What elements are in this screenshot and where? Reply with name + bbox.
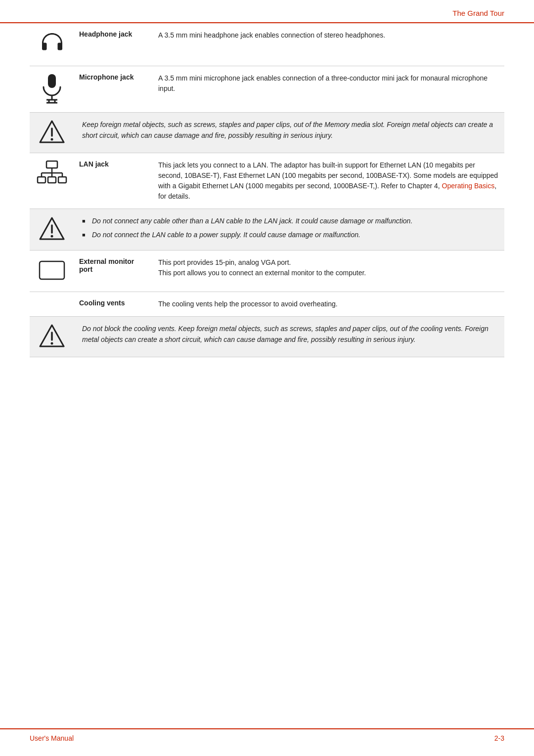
cooling-label: Cooling vents: [74, 292, 153, 317]
warning-icon: [39, 216, 65, 241]
microphone-label: Microphone jack: [74, 66, 153, 113]
headphone-desc: A 3.5 mm mini headphone jack enables con…: [153, 23, 504, 66]
warning-row-lan: Do not connect any cable other than a LA…: [30, 209, 504, 251]
icon-cell-headphone: [30, 23, 74, 66]
lan-icon: [37, 160, 67, 189]
list-item: Do not connect any cable other than a LA…: [82, 216, 496, 227]
svg-point-21: [51, 342, 53, 345]
warning-row-memory: Keep foreign metal objects, such as scre…: [30, 113, 504, 153]
svg-rect-15: [48, 177, 56, 183]
page-header: The Grand Tour: [0, 0, 534, 23]
icon-cell-warning2: [30, 209, 74, 251]
icon-cell-cooling: [30, 292, 74, 317]
icon-cell-warning3: [30, 317, 74, 357]
warning-text-cooling: Do not block the cooling vents. Keep for…: [82, 325, 489, 343]
microphone-desc: A 3.5 mm mini microphone jack enables co…: [153, 66, 504, 113]
features-table: Headphone jack A 3.5 mm mini headphone j…: [30, 23, 504, 357]
table-row: Headphone jack A 3.5 mm mini headphone j…: [30, 23, 504, 66]
warning-icon: [39, 324, 65, 348]
monitor-port-icon: [38, 257, 66, 283]
svg-rect-8: [46, 161, 57, 168]
svg-rect-14: [38, 177, 45, 183]
content-area: Headphone jack A 3.5 mm mini headphone j…: [0, 23, 534, 387]
microphone-icon: [40, 73, 64, 104]
monitor-label: External monitor port: [74, 251, 153, 292]
warning-row-cooling: Do not block the cooling vents. Keep for…: [30, 317, 504, 357]
lan-label: LAN jack: [74, 153, 153, 209]
svg-rect-0: [48, 74, 56, 88]
table-row-monitor: External monitor port This port provides…: [30, 251, 504, 292]
lan-warning-list: Do not connect any cable other than a LA…: [82, 216, 496, 240]
table-row-cooling: Cooling vents The cooling vents help the…: [30, 292, 504, 317]
cooling-desc: The cooling vents help the processor to …: [153, 292, 504, 317]
footer-manual-label: User's Manual: [30, 734, 74, 742]
operating-basics-link[interactable]: Operating Basics: [442, 182, 495, 190]
svg-point-18: [51, 235, 53, 238]
headphone-icon: [39, 30, 66, 57]
table-row: Microphone jack A 3.5 mm mini microphone…: [30, 66, 504, 113]
list-item: Do not connect the LAN cable to a power …: [82, 230, 496, 241]
svg-point-7: [51, 138, 53, 141]
headphone-label: Headphone jack: [74, 23, 153, 66]
warning-icon: [39, 120, 65, 144]
monitor-desc: This port provides 15-pin, analog VGA po…: [153, 251, 504, 292]
icon-cell-warning1: [30, 113, 74, 153]
icon-cell-monitor: [30, 251, 74, 292]
svg-rect-19: [40, 261, 64, 279]
page-footer: User's Manual 2-3: [0, 728, 534, 742]
icon-cell-lan: [30, 153, 74, 209]
footer-page-number: 2-3: [494, 734, 504, 742]
warning-text-memory: Keep foreign metal objects, such as scre…: [82, 121, 493, 139]
svg-rect-16: [58, 177, 66, 183]
lan-desc: This jack lets you connect to a LAN. The…: [153, 153, 504, 209]
table-row-lan: LAN jack This jack lets you connect to a…: [30, 153, 504, 209]
page-title: The Grand Tour: [452, 9, 504, 17]
icon-cell-microphone: [30, 66, 74, 113]
